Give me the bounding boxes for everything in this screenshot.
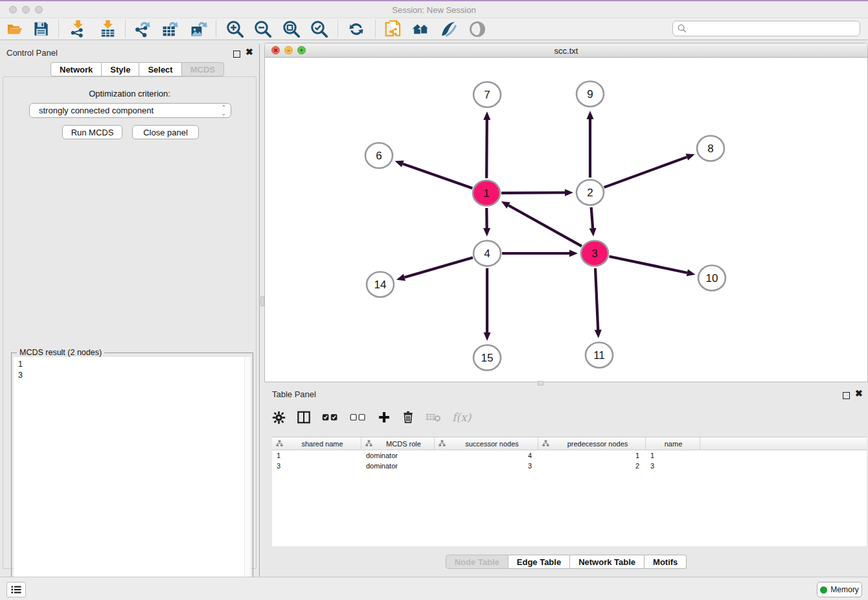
graph-node-6[interactable]: 6 [365, 143, 393, 168]
main-toolbar [0, 18, 868, 40]
close-panel-button[interactable]: Close panel [132, 125, 199, 139]
graph-edge-arrowhead [687, 270, 696, 277]
graph-edge-2-8[interactable] [604, 157, 687, 187]
memory-status-icon [820, 586, 827, 594]
table-panel: Table Panel ✖ f(x) shared nameMCDS roles… [264, 386, 868, 577]
zoom-in-icon[interactable] [224, 19, 246, 39]
column-header-mcds-role[interactable]: MCDS role [361, 437, 435, 450]
network-canvas[interactable]: 1234678910111415 [265, 58, 867, 382]
table-cell[interactable]: 1 [272, 450, 361, 461]
table-cell[interactable]: 2 [538, 461, 646, 471]
graph-edge-arrowhead [395, 161, 404, 167]
network-graph[interactable]: 1234678910111415 [265, 58, 867, 382]
task-history-button[interactable] [6, 582, 26, 597]
table-body: 1dominator4113dominator323 [272, 450, 867, 471]
delete-columns-icon[interactable] [402, 411, 415, 424]
search-input[interactable] [687, 24, 860, 33]
table-tab-node-table[interactable]: Node Table [446, 555, 508, 569]
show-column-panel-icon[interactable] [297, 410, 311, 424]
horizontal-splitter-grip[interactable] [538, 381, 543, 386]
refresh-layout-icon[interactable] [345, 19, 367, 39]
zoom-selected-icon[interactable] [308, 19, 330, 39]
criterion-dropdown[interactable]: strongly connected component ⌃⌄ [29, 103, 231, 118]
deselect-all-columns-icon[interactable] [350, 413, 367, 422]
table-settings-icon[interactable] [272, 411, 286, 424]
toolbar-search[interactable] [672, 21, 860, 36]
graph-node-8[interactable]: 8 [697, 136, 724, 161]
table-tab-edge-table[interactable]: Edge Table [508, 555, 570, 569]
table-tabs: Node TableEdge TableNetwork TableMotifs [264, 555, 868, 569]
column-header-predecessor-nodes[interactable]: predecessor nodes [538, 437, 646, 450]
table-cell[interactable]: 1 [646, 450, 700, 461]
export-image-icon[interactable] [187, 19, 209, 39]
export-table-icon[interactable] [159, 19, 181, 39]
column-header-shared-name[interactable]: shared name [272, 437, 361, 450]
table-cell[interactable]: 3 [272, 461, 361, 471]
graph-edge-1-2[interactable] [501, 192, 565, 193]
graph-edge-4-14[interactable] [404, 257, 472, 277]
graph-node-10[interactable]: 10 [698, 266, 725, 291]
table-toolbar: f(x) [272, 406, 471, 429]
graph-node-2[interactable]: 2 [577, 180, 604, 205]
table-cell[interactable]: 4 [435, 450, 538, 461]
graph-node-3[interactable]: 3 [581, 241, 608, 266]
table-float-panel-icon[interactable] [843, 390, 850, 402]
network-window-titlebar[interactable]: ✕ − + scc.txt [265, 43, 867, 58]
table-cell[interactable]: 3 [435, 461, 538, 471]
run-mcds-button[interactable]: Run MCDS [62, 125, 122, 139]
graph-node-label: 1 [483, 187, 489, 200]
float-panel-icon[interactable] [233, 49, 240, 60]
graph-edge-2-3[interactable] [591, 207, 593, 228]
zoom-out-icon[interactable] [252, 19, 274, 39]
import-table-icon[interactable] [97, 19, 119, 39]
status-bar: Memory [0, 577, 868, 600]
mcds-result-text[interactable]: 1 3 [14, 357, 244, 595]
table-row[interactable]: 3dominator323 [272, 461, 867, 471]
zoom-fit-icon[interactable] [280, 19, 303, 39]
table-row[interactable]: 1dominator411 [272, 450, 867, 461]
export-network-icon[interactable] [131, 19, 153, 39]
import-network-icon[interactable] [67, 19, 89, 39]
graph-node-1[interactable]: 1 [473, 181, 500, 206]
memory-button[interactable]: Memory [817, 582, 862, 597]
graph-edge-3-10[interactable] [610, 257, 687, 273]
create-column-icon[interactable] [378, 411, 391, 424]
first-neighbors-icon[interactable] [409, 19, 431, 39]
toolbar-separator [337, 20, 338, 38]
graph-node-4[interactable]: 4 [474, 241, 501, 266]
graph-node-9[interactable]: 9 [577, 82, 604, 107]
graph-edge-arrowhead [589, 228, 597, 237]
table-tab-network-table[interactable]: Network Table [570, 555, 645, 569]
tab-select[interactable]: Select [139, 62, 181, 76]
table-cell[interactable]: dominator [361, 450, 435, 461]
graph-edge-arrowhead [595, 330, 602, 338]
graph-node-7[interactable]: 7 [474, 82, 501, 108]
panel-splitter[interactable] [259, 44, 264, 577]
graph-node-11[interactable]: 11 [586, 343, 613, 368]
select-all-columns-icon[interactable] [322, 413, 339, 422]
graph-edge-1-6[interactable] [403, 164, 472, 189]
tab-style[interactable]: Style [102, 62, 139, 76]
table-tab-motifs[interactable]: Motifs [645, 555, 687, 569]
graph-node-15[interactable]: 15 [474, 345, 501, 371]
tab-network[interactable]: Network [51, 62, 102, 76]
eye-icon[interactable] [466, 19, 488, 39]
result-scrollbar[interactable] [244, 357, 251, 595]
column-header-name[interactable]: name [646, 437, 700, 450]
column-header-successor-nodes[interactable]: successor nodes [435, 437, 538, 450]
table-cell[interactable]: dominator [361, 461, 435, 471]
save-session-icon[interactable] [30, 19, 52, 39]
memory-label: Memory [830, 585, 858, 594]
tab-mcds[interactable]: MCDS [182, 62, 224, 76]
graph-edge-3-11[interactable] [595, 268, 598, 330]
graph-edge-3-1[interactable] [508, 205, 582, 246]
table-close-panel-icon[interactable]: ✖ [855, 390, 863, 397]
graph-node-14[interactable]: 14 [367, 272, 394, 297]
table-cell[interactable]: 3 [646, 461, 700, 471]
show-graphics-details-icon[interactable] [437, 19, 459, 39]
close-panel-icon[interactable]: ✖ [246, 49, 253, 56]
open-session-icon[interactable] [4, 19, 26, 39]
new-network-from-selection-icon[interactable] [382, 19, 404, 39]
graph-edge-1-7[interactable] [486, 120, 487, 178]
table-cell[interactable]: 1 [538, 450, 646, 461]
